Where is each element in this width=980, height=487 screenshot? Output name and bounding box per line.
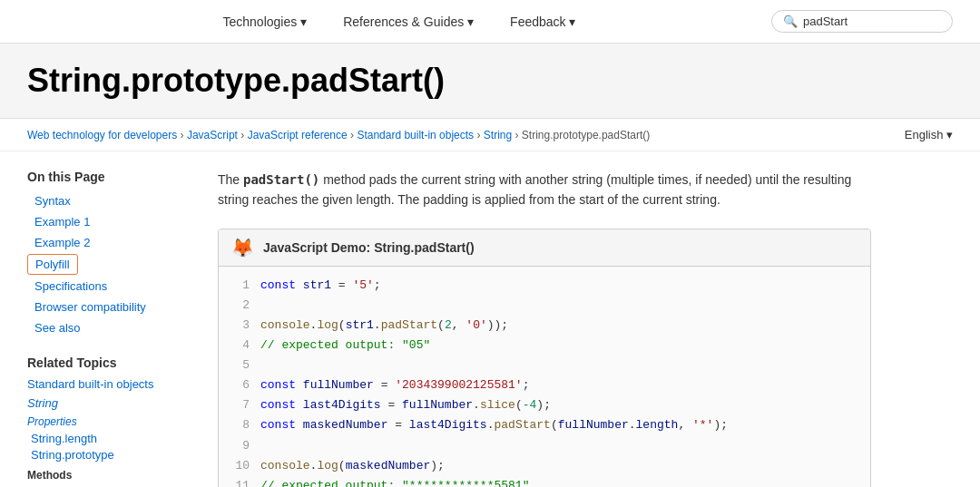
breadcrumb-bar: Web technology for developers › JavaScri… <box>0 119 980 151</box>
main-content: On this Page Syntax Example 1 Example 2 … <box>0 151 980 487</box>
code-text <box>260 436 268 456</box>
sidebar-string-prototype[interactable]: String.prototype <box>27 448 191 462</box>
feedback-nav[interactable]: Feedback ▾ <box>510 15 575 29</box>
line-num: 6 <box>228 375 250 395</box>
related-topics-title: Related Topics <box>27 356 191 370</box>
line-num: 10 <box>228 456 250 476</box>
sidebar-builtin-link[interactable]: Standard built-in objects <box>27 377 191 391</box>
line-num: 3 <box>228 316 250 336</box>
language-selector[interactable]: English ▾ <box>905 128 953 141</box>
method-name: padStart() <box>243 172 319 187</box>
sidebar-link-browser-compat[interactable]: Browser compatibility <box>27 297 191 317</box>
breadcrumb-string[interactable]: String <box>484 129 512 141</box>
breadcrumb-current: String.prototype.padStart() <box>522 129 650 141</box>
page-title: String.prototype.padStart() <box>27 62 953 100</box>
code-line-2: 2 <box>219 296 870 316</box>
code-text: // expected output: "05" <box>260 336 430 356</box>
sidebar-link-polyfill[interactable]: Polyfill <box>27 254 78 275</box>
page-title-area: String.prototype.padStart() <box>0 44 980 119</box>
code-line-7: 7 const last4Digits = fullNumber.slice(-… <box>219 395 870 415</box>
sidebar-string-link[interactable]: String <box>27 396 191 410</box>
line-num: 7 <box>228 395 250 415</box>
sidebar-link-specifications[interactable]: Specifications <box>27 277 191 296</box>
line-num: 2 <box>228 296 250 316</box>
line-num: 11 <box>228 476 250 487</box>
code-block: 1 const str1 = '5'; 2 3 console.log(str1… <box>219 267 870 487</box>
code-line-1: 1 const str1 = '5'; <box>219 276 870 296</box>
breadcrumb-web-tech[interactable]: Web technology for developers <box>27 129 177 141</box>
line-num: 1 <box>228 276 250 296</box>
code-line-5: 5 <box>219 356 870 375</box>
breadcrumb-javascript[interactable]: JavaScript <box>187 129 238 141</box>
code-text: // expected output: "************5581" <box>260 476 529 487</box>
breadcrumb-builtin[interactable]: Standard built-in objects <box>357 129 474 141</box>
search-box[interactable]: 🔍 <box>771 10 953 33</box>
sidebar: On this Page Syntax Example 1 Example 2 … <box>27 170 191 487</box>
line-num: 4 <box>228 336 250 356</box>
code-line-6: 6 const fullNumber = '2034399002125581'; <box>219 375 870 395</box>
line-num: 9 <box>228 436 250 456</box>
content-area: The padStart() method pads the current s… <box>218 170 871 487</box>
top-nav: Technologies ▾ References & Guides ▾ Fee… <box>0 0 980 44</box>
methods-label: Methods <box>27 469 191 482</box>
technologies-nav[interactable]: Technologies ▾ <box>223 15 308 29</box>
line-num: 8 <box>228 415 250 435</box>
demo-box: 🦊 JavaScript Demo: String.padStart() 1 c… <box>218 229 871 487</box>
demo-title: JavaScript Demo: String.padStart() <box>263 240 475 255</box>
code-text: console.log(maskedNumber); <box>260 456 445 476</box>
sidebar-link-syntax[interactable]: Syntax <box>27 191 191 210</box>
code-line-9: 9 <box>219 436 870 456</box>
sidebar-link-see-also[interactable]: See also <box>27 318 191 337</box>
code-text: const maskedNumber = last4Digits.padStar… <box>260 415 728 435</box>
sidebar-link-example1[interactable]: Example 1 <box>27 212 191 231</box>
properties-label: Properties <box>27 415 191 428</box>
code-text <box>260 296 268 316</box>
references-nav[interactable]: References & Guides ▾ <box>343 15 474 29</box>
search-icon: 🔍 <box>783 15 798 28</box>
code-text: const last4Digits = fullNumber.slice(-4)… <box>260 395 551 415</box>
on-this-page-title: On this Page <box>27 170 191 184</box>
demo-header: 🦊 JavaScript Demo: String.padStart() <box>219 229 870 267</box>
code-text: const fullNumber = '2034399002125581'; <box>260 375 530 395</box>
sidebar-link-example2[interactable]: Example 2 <box>27 233 191 252</box>
code-text <box>260 356 268 375</box>
code-line-8: 8 const maskedNumber = last4Digits.padSt… <box>219 415 870 435</box>
code-line-3: 3 console.log(str1.padStart(2, '0')); <box>219 316 870 336</box>
sidebar-string-length[interactable]: String.length <box>27 432 191 445</box>
line-num: 5 <box>228 356 250 375</box>
code-line-11: 11 // expected output: "************5581… <box>219 476 870 487</box>
breadcrumb: Web technology for developers › JavaScri… <box>27 129 650 141</box>
code-line-4: 4 // expected output: "05" <box>219 336 870 356</box>
code-line-10: 10 console.log(maskedNumber); <box>219 456 870 476</box>
breadcrumb-js-reference[interactable]: JavaScript reference <box>248 129 348 141</box>
related-topics-section: Related Topics Standard built-in objects… <box>27 356 191 482</box>
demo-icon: 🦊 <box>231 237 254 258</box>
code-text: console.log(str1.padStart(2, '0')); <box>260 316 508 336</box>
on-this-page-section: On this Page Syntax Example 1 Example 2 … <box>27 170 191 337</box>
description: The padStart() method pads the current s… <box>218 170 871 210</box>
code-text: const str1 = '5'; <box>260 276 381 296</box>
search-input[interactable] <box>803 15 941 28</box>
